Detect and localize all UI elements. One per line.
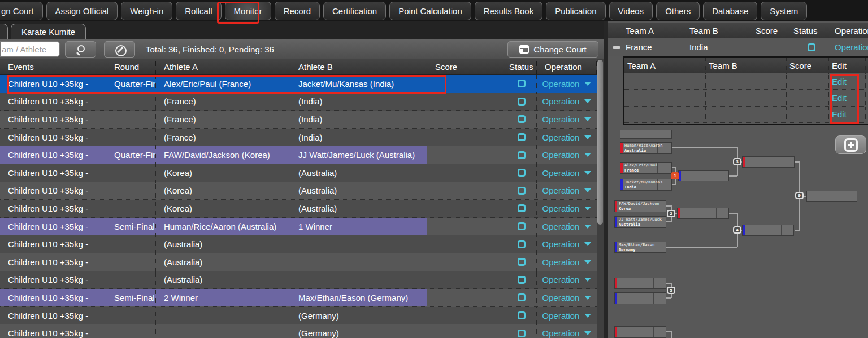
table-row[interactable]: Children U10 +35kg -(Australia)Operation — [0, 253, 597, 271]
operation-cell[interactable]: Operation — [832, 38, 868, 56]
menu-item-results-book[interactable]: Results Book — [475, 2, 542, 20]
search-button[interactable] — [65, 41, 96, 58]
operation-dropdown-label[interactable]: Operation — [542, 115, 580, 124]
match-number-badge[interactable]: 3 — [733, 158, 741, 165]
table-row[interactable]: Children U10 +35kg -(France)(India)Opera… — [0, 111, 597, 129]
operation-dropdown[interactable]: Operation — [537, 307, 597, 324]
status-checkbox-icon[interactable] — [518, 80, 526, 87]
clear-filter-button[interactable] — [104, 41, 135, 58]
menu-item-point-calculation[interactable]: Point Calculation — [389, 2, 471, 20]
change-court-button[interactable]: Change Court — [507, 41, 598, 58]
bracket-box-rep-2[interactable] — [614, 292, 666, 304]
menu-item-others[interactable]: Others — [656, 2, 700, 20]
menu-item-publication[interactable]: Publication — [546, 2, 605, 20]
bracket-box-final[interactable] — [806, 191, 857, 202]
table-row[interactable]: Children U10 +35kg -Quarter-FinalAlex/Er… — [0, 75, 597, 93]
collapse-cell[interactable] — [608, 38, 623, 56]
team-match-row[interactable]: France India Operation — [608, 38, 868, 56]
table-row[interactable]: Children U10 +35kg -(Korea)(Australia)Op… — [0, 182, 597, 200]
operation-dropdown[interactable]: Operation — [537, 271, 597, 289]
match-number-badge[interactable]: 2 — [667, 210, 675, 217]
bracket-box-w1[interactable] — [678, 170, 729, 181]
table-row[interactable]: Children U10 +35kg -(Australia)Operation — [0, 235, 597, 253]
table-row[interactable]: Children U10 +35kg -(Korea)(Australia)Op… — [0, 164, 597, 182]
bracket-box-qf-a3[interactable]: Jacket/Mu/KansasIndia — [620, 179, 672, 191]
operation-dropdown-label[interactable]: Operation — [542, 222, 580, 231]
table-row[interactable]: Children U10 +35kg -(France)(India)Opera… — [0, 129, 597, 147]
table-row[interactable]: Children U10 +35kg -Semi-FinalHuman/Rice… — [0, 218, 597, 236]
status-checkbox-icon[interactable] — [518, 293, 526, 301]
status-checkbox-icon[interactable] — [518, 330, 526, 337]
menu-item-database[interactable]: Database — [703, 2, 757, 20]
menu-item-system[interactable]: System — [761, 2, 807, 20]
operation-dropdown-label[interactable]: Operation — [542, 150, 580, 160]
operation-dropdown[interactable]: Operation — [537, 182, 597, 200]
table-row[interactable]: Children U10 +35kg -(Australia)Operation — [0, 271, 597, 289]
search-input[interactable] — [0, 41, 60, 57]
match-number-badge[interactable]: 1 — [671, 172, 679, 179]
status-checkbox-icon[interactable] — [808, 43, 815, 51]
operation-dropdown-label[interactable]: Operation — [542, 79, 580, 89]
status-checkbox-icon[interactable] — [518, 276, 526, 284]
status-checkbox-icon[interactable] — [518, 133, 526, 141]
operation-dropdown-label[interactable]: Operation — [542, 133, 580, 142]
operation-dropdown-label[interactable]: Operation — [542, 311, 580, 321]
bracket-box-qf-a1[interactable]: Human/Rice/AaronAustralia — [620, 142, 672, 154]
edit-link[interactable]: Edit — [832, 77, 847, 86]
bracket-box-rep-3[interactable] — [614, 326, 666, 338]
match-number-badge[interactable]: 9 — [795, 192, 804, 199]
status-checkbox-icon[interactable] — [518, 151, 526, 159]
menu-item-certification[interactable]: Certification — [323, 2, 386, 20]
operation-dropdown[interactable]: Operation — [537, 75, 597, 93]
menu-item-rollcall[interactable]: Rollcall — [176, 2, 221, 20]
status-checkbox-icon[interactable] — [518, 311, 526, 319]
menu-item-gn-court[interactable]: gn Court — [0, 2, 43, 20]
tab-karate-kumite[interactable]: Karate Kumite — [11, 24, 86, 39]
operation-dropdown-label[interactable]: Operation — [542, 186, 580, 195]
status-checkbox-icon[interactable] — [518, 115, 526, 123]
operation-dropdown-label[interactable]: Operation — [542, 328, 580, 338]
operation-dropdown[interactable]: Operation — [537, 324, 597, 338]
operation-dropdown[interactable]: Operation — [537, 200, 597, 217]
menu-item-weigh-in[interactable]: Weigh-in — [121, 2, 172, 20]
operation-dropdown[interactable]: Operation — [537, 111, 597, 128]
operation-dropdown[interactable]: Operation — [537, 218, 597, 235]
status-checkbox-icon[interactable] — [518, 222, 526, 230]
status-checkbox-icon[interactable] — [518, 204, 526, 212]
bracket-box-qf-a2[interactable]: Alex/Eric/PaulFrance — [620, 162, 672, 174]
menu-item-record[interactable]: Record — [275, 2, 320, 20]
bracket-box-w4[interactable] — [742, 225, 794, 236]
scrollbar-thumb[interactable] — [597, 60, 603, 225]
operation-dropdown[interactable]: Operation — [537, 253, 597, 271]
operation-dropdown[interactable]: Operation — [537, 164, 597, 182]
match-number-badge[interactable]: 4 — [733, 226, 741, 234]
menu-item-monitor[interactable]: Monitor — [225, 2, 271, 20]
bracket-zoom-button[interactable] — [835, 135, 866, 154]
table-row[interactable]: Children U10 +35kg -(Korea)(Australia)Op… — [0, 200, 597, 218]
bracket-box-w2[interactable] — [677, 208, 729, 219]
status-checkbox-icon[interactable] — [518, 240, 526, 248]
bracket-box-qf-b3[interactable]: Max/Ethan/EasonGermany — [614, 242, 666, 253]
bracket-box-qf-b2[interactable]: JJ Watt/James/LuckAustralia — [614, 216, 666, 228]
operation-dropdown[interactable]: Operation — [537, 93, 597, 111]
edit-link[interactable]: Edit — [832, 93, 847, 103]
operation-dropdown-label[interactable]: Operation — [542, 168, 580, 178]
bracket-box-top-partial[interactable] — [620, 130, 672, 139]
bracket-box-qf-b1[interactable]: FAW/David/JacksonKorea — [614, 200, 666, 212]
operation-dropdown-label[interactable]: Operation — [542, 257, 580, 267]
collapse-icon[interactable] — [613, 46, 620, 49]
menu-item-assign-official[interactable]: Assign Official — [46, 2, 118, 20]
edit-link[interactable]: Edit — [832, 109, 847, 119]
table-row[interactable]: Children U10 +35kg -(Germany)Operation — [0, 307, 597, 325]
status-checkbox-icon[interactable] — [518, 187, 526, 195]
operation-dropdown[interactable]: Operation — [537, 235, 597, 253]
operation-dropdown-label[interactable]: Operation — [542, 239, 580, 249]
table-row[interactable]: Children U10 +35kg -Semi-Final2 WinnerMa… — [0, 289, 597, 307]
table-row[interactable]: Children U10 +35kg -(Germany)Operation — [0, 324, 597, 338]
operation-dropdown-label[interactable]: Operation — [542, 275, 580, 284]
operation-dropdown-label[interactable]: Operation — [542, 204, 580, 213]
bracket-box-w3[interactable] — [742, 156, 795, 168]
operation-dropdown-label[interactable]: Operation — [542, 293, 580, 302]
status-checkbox-icon[interactable] — [518, 98, 526, 106]
subtable-row[interactable]: Edit — [624, 90, 868, 106]
